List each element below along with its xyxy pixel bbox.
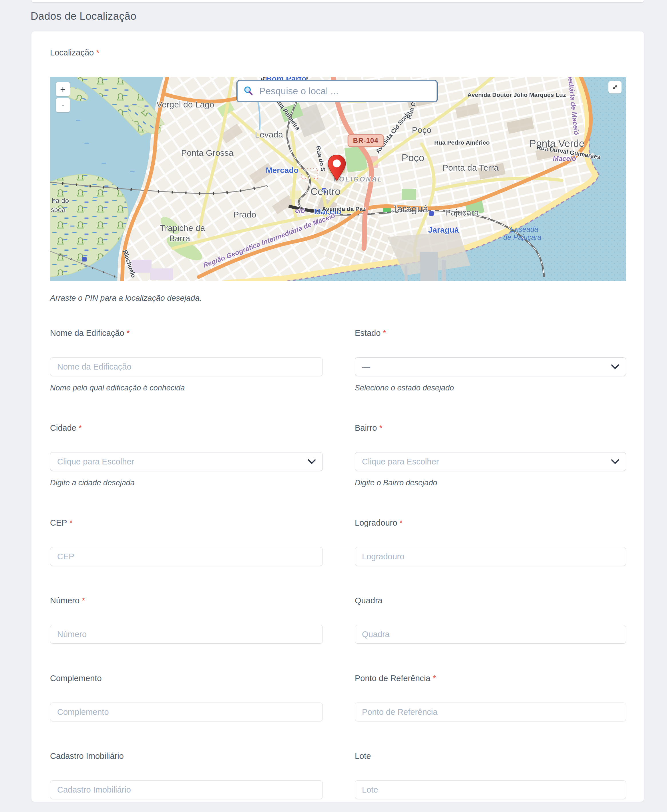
bairro-helper: Digite o Bairro desejado (355, 477, 626, 488)
field-ponto-referencia: Ponto de Referência* (355, 673, 626, 721)
map-label: Avenida Doutor Júlio Marques Luz (468, 92, 566, 98)
chevron-down-icon (611, 459, 619, 464)
chevron-down-icon (611, 365, 619, 369)
road-badge-br104: BR-104 (348, 134, 384, 147)
cep-label: CEP* (50, 518, 323, 528)
required-asterisk: * (127, 328, 130, 338)
field-bairro: Bairro*Clique para EscolherDigite o Bair… (355, 423, 626, 488)
field-numero: Número* (50, 596, 323, 644)
map-label: Ponta Grossa (181, 149, 233, 157)
map-label: Centro (310, 186, 340, 196)
lote-input[interactable] (355, 780, 626, 799)
map-label: Trapiche da (160, 224, 205, 232)
map-search-box[interactable] (237, 80, 437, 102)
expand-icon (611, 83, 619, 91)
complemento-input[interactable] (50, 703, 323, 721)
cidade-select[interactable]: Clique para Escolher (50, 452, 323, 471)
logradouro-label: Logradouro* (355, 518, 626, 528)
nome-edificacao-helper: Nome pelo qual edificação é conhecida (50, 383, 323, 393)
map-label: Barra (169, 234, 190, 243)
search-icon (243, 86, 254, 97)
field-estado: Estado*—Selecione o estado desejado (355, 328, 626, 393)
complemento-label: Complemento (50, 673, 323, 683)
cadastro-imobiliario-label: Cadastro Imobiliário (50, 751, 323, 761)
required-asterisk: * (433, 674, 436, 683)
map-label: Prado (233, 210, 256, 219)
previous-card-edge (32, 0, 644, 2)
field-quadra: Quadra (355, 596, 626, 644)
page-title: Dados de Localização (31, 10, 136, 22)
map-search-input[interactable] (259, 85, 431, 97)
chevron-down-icon (308, 459, 315, 464)
map-label: Avenida da Paz (322, 206, 366, 212)
cidade-label: Cidade* (50, 423, 323, 433)
map-label: ha do (52, 197, 69, 204)
cadastro-imobiliario-input[interactable] (50, 780, 323, 799)
required-asterisk: * (400, 518, 403, 527)
required-asterisk: * (70, 518, 73, 527)
zoom-in-button[interactable]: + (56, 82, 70, 96)
map-label: Poço (402, 152, 425, 162)
lote-label: Lote (355, 751, 626, 761)
map-pin[interactable] (327, 154, 347, 182)
logradouro-input[interactable] (355, 547, 626, 566)
map-label: Maceió (553, 155, 576, 162)
ponto-referencia-input[interactable] (355, 703, 626, 721)
field-cidade: Cidade*Clique para EscolherDigite a cida… (50, 423, 323, 488)
localizacao-label-text: Localização (50, 48, 94, 57)
required-asterisk: * (379, 423, 382, 433)
cep-input[interactable] (50, 547, 323, 566)
estado-helper: Selecione o estado desejado (355, 383, 626, 393)
quadra-input[interactable] (355, 625, 626, 644)
map-label: Rua Pedro Américo (434, 139, 490, 145)
bairro-select-value: Clique para Escolher (362, 457, 439, 466)
map-hint: Arraste o PIN para a localização desejad… (50, 293, 626, 303)
map-label: Levada (255, 130, 283, 139)
estado-select[interactable]: — (355, 357, 626, 376)
zoom-controls: + - (56, 82, 70, 112)
field-nome-edificacao: Nome da Edificação*Nome pelo qual edific… (50, 328, 323, 393)
map-canvas[interactable]: Bom PartoVergel do LagoLevadaPonta Gross… (50, 77, 626, 281)
estado-label: Estado* (355, 328, 626, 338)
cidade-helper: Digite a cidade desejada (50, 477, 323, 488)
map-label: eló (295, 207, 305, 214)
numero-label: Número* (50, 596, 323, 605)
map-label: Jaraguá (392, 204, 428, 214)
cidade-select-value: Clique para Escolher (57, 457, 134, 466)
required-asterisk: * (96, 48, 99, 57)
map-label: Vergel do Lago (157, 100, 214, 109)
map-label: sboa (51, 206, 65, 213)
localizacao-label: Localização* (50, 48, 626, 58)
required-asterisk: * (82, 596, 85, 605)
bairro-label: Bairro* (355, 423, 626, 433)
estado-select-value: — (362, 362, 370, 371)
map-label: Ponta da Terra (443, 164, 499, 172)
bairro-select[interactable]: Clique para Escolher (355, 452, 626, 471)
map-label: de Pajuçara (503, 234, 541, 241)
field-complemento: Complemento (50, 673, 323, 721)
required-asterisk: * (79, 423, 82, 433)
required-asterisk: * (383, 328, 386, 338)
quadra-label: Quadra (355, 596, 626, 605)
map-label: Jaraguá (428, 226, 459, 234)
map-label: Pajuçara (445, 208, 479, 217)
field-lote: Lote (355, 751, 626, 799)
numero-input[interactable] (50, 625, 323, 644)
nome-edificacao-input[interactable] (50, 357, 323, 376)
map-label: Mercado (265, 166, 299, 174)
field-cep: CEP* (50, 518, 323, 566)
ponto-referencia-label: Ponto de Referência* (355, 673, 626, 683)
map-label: Enseada (510, 225, 538, 233)
nome-edificacao-label: Nome da Edificação* (50, 328, 323, 338)
field-cadastro-imobiliario: Cadastro Imobiliário (50, 751, 323, 799)
fullscreen-button[interactable] (608, 81, 622, 93)
field-logradouro: Logradouro* (355, 518, 626, 566)
map-label: Poço (412, 126, 431, 134)
location-card: Localização* (32, 31, 644, 802)
zoom-out-button[interactable]: - (56, 98, 70, 112)
form-grid: Nome da Edificação*Nome pelo qual edific… (50, 328, 626, 812)
